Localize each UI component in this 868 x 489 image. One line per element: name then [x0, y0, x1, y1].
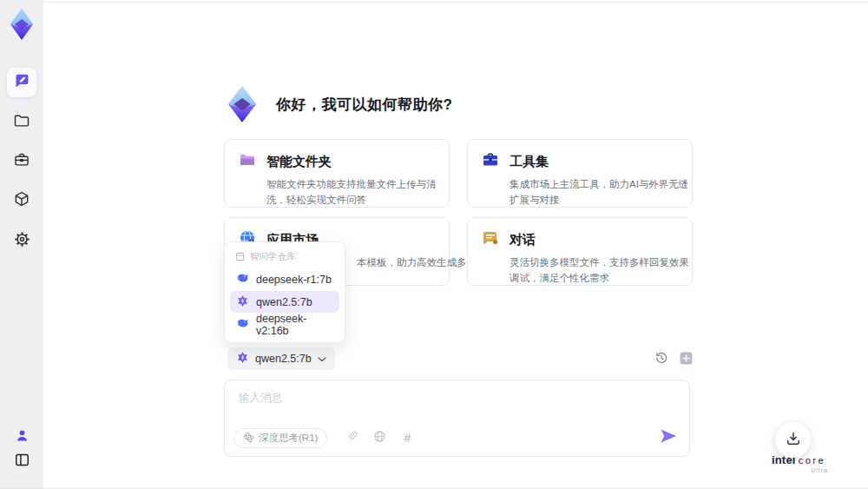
dialog-icon: [482, 229, 499, 250]
deepseek-icon: [236, 317, 249, 333]
prompt-button[interactable]: #: [398, 429, 416, 446]
feature-card-smart-folder[interactable]: 智能文件夹 智能文件夹功能支持批量文件上传与清洗，轻松实现文件问答: [224, 139, 450, 208]
model-dropdown-group: 智问学仓库: [225, 248, 345, 268]
send-icon: [660, 428, 677, 447]
model-option-label: qwen2.5:7b: [256, 296, 312, 308]
qwen-icon: [236, 351, 249, 367]
model-option-label: deepseek-v2:16b: [256, 313, 333, 337]
folder-icon: [13, 112, 30, 133]
chevron-down-icon: [318, 353, 326, 365]
card-description: 集成市场上主流工具，助力AI与外界无缝扩展与对接: [510, 177, 695, 208]
card-description: 智能文件夹功能支持批量文件上传与清洗，轻松实现文件问答: [266, 177, 452, 208]
history-icon: [654, 351, 668, 368]
app-logo-icon: [6, 7, 37, 42]
panel-icon: [14, 452, 30, 472]
card-description: 灵活切换多模型文件，支持多样回复效果调试，满足个性化需求: [510, 255, 695, 287]
deepseek-icon: [236, 272, 249, 287]
card-title: 工具集: [510, 154, 549, 170]
sidebar-item-apps[interactable]: [7, 186, 36, 215]
sidebar-item-folders[interactable]: [7, 108, 36, 137]
main-area: 你好，我可以如何帮助你? 智能文件夹 智能文件夹功能支持批量文件上传与清洗，轻松…: [43, 0, 868, 488]
user-icon: [14, 427, 30, 447]
card-title: 智能文件夹: [266, 154, 332, 170]
greeting-logo-icon: [222, 83, 262, 125]
atom-icon: [243, 432, 254, 445]
toolset-icon: [482, 151, 499, 172]
smart-folder-icon: [239, 151, 256, 172]
briefcase-icon: [13, 151, 30, 172]
model-option-deepseek-r1[interactable]: deepseek-r1:7b: [230, 268, 339, 290]
model-option-deepseek-v2[interactable]: deepseek-v2:16b: [230, 314, 339, 335]
model-option-label: deepseek-r1:7b: [256, 274, 332, 286]
model-dropdown: 智问学仓库 deepseek-r1:7b q: [224, 241, 345, 343]
sidebar-item-toolbox[interactable]: [7, 147, 36, 176]
sidebar-item-chat[interactable]: [7, 68, 36, 97]
intel-tier-text: Ultra: [764, 467, 833, 473]
intel-core-text: core: [799, 455, 825, 466]
new-chat-button[interactable]: [677, 351, 694, 368]
model-group-label: 智问学仓库: [250, 251, 296, 263]
top-divider: [43, 2, 868, 3]
deep-think-label: 深度思考(R1): [259, 432, 318, 445]
send-button[interactable]: [658, 427, 679, 448]
model-selector[interactable]: qwen2.5:7b: [227, 347, 335, 370]
model-selector-label: qwen2.5:7b: [255, 353, 312, 365]
sidebar: [0, 0, 43, 488]
feature-card-toolset[interactable]: 工具集 集成市场上主流工具，助力AI与外界无缝扩展与对接: [467, 139, 693, 208]
download-fab[interactable]: [775, 422, 811, 458]
gear-icon: [13, 230, 31, 252]
translate-button[interactable]: [371, 429, 388, 446]
composer-toolbar: 深度思考(R1): [233, 427, 679, 448]
chat-icon: [13, 72, 31, 94]
greeting-title: 你好，我可以如何帮助你?: [276, 95, 452, 115]
card-title: 对话: [510, 232, 536, 248]
sidebar-item-collapse-panel[interactable]: [7, 446, 36, 476]
qwen-icon: [236, 294, 249, 310]
sidebar-item-settings[interactable]: [7, 226, 36, 255]
attach-button[interactable]: [343, 429, 360, 446]
hash-icon: #: [404, 431, 411, 445]
globe-icon: [373, 430, 386, 446]
app-window: 你好，我可以如何帮助你? 智能文件夹 智能文件夹功能支持批量文件上传与清洗，轻松…: [0, 0, 868, 489]
history-button[interactable]: [653, 351, 670, 368]
message-input[interactable]: [230, 384, 612, 424]
plus-square-icon: [679, 351, 694, 369]
model-option-qwen[interactable]: qwen2.5:7b: [230, 291, 339, 313]
repo-icon: [235, 252, 245, 263]
download-icon: [786, 431, 801, 450]
composer: 深度思考(R1): [224, 380, 690, 457]
feature-card-dialog[interactable]: 对话 灵活切换多模型文件，支持多样回复效果调试，满足个性化需求: [467, 217, 693, 286]
deep-think-toggle[interactable]: 深度思考(R1): [233, 428, 327, 448]
paperclip-icon: [346, 430, 358, 446]
greeting: 你好，我可以如何帮助你?: [222, 83, 452, 125]
cube-icon: [13, 190, 30, 211]
